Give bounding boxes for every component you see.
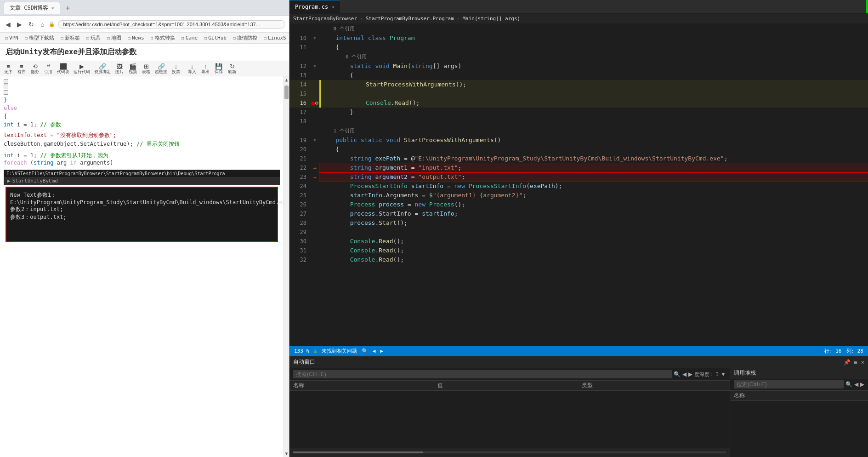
bookmark-github[interactable]: ☐ GitHub	[203, 34, 228, 41]
code-line-25: 25 startInfo.Arguments = $"{argument1} {…	[289, 191, 868, 200]
code-snippet-1: } else { int i = 1; // 参数	[4, 96, 280, 129]
yellow-bar-15	[319, 89, 321, 98]
breadcrumb-part-2[interactable]: StartProgramByBrowser.Program	[366, 16, 454, 22]
table-button[interactable]: ⊞ 表格	[140, 62, 153, 75]
debug-nav-left[interactable]: ◀	[682, 371, 686, 377]
code-block-button[interactable]: ⬛ 代码块	[55, 62, 71, 75]
refresh-button[interactable]: ↻ 刷新	[226, 62, 238, 75]
current-line-icon: ⚙	[315, 98, 318, 108]
run-code-button[interactable]: ▶ 运行代码	[72, 62, 92, 75]
debug-nav-right[interactable]: ▶	[688, 371, 692, 377]
code-line-27: 27 process.StartInfo = startInfo;	[289, 209, 868, 218]
arrow-indicator-23: →	[313, 172, 317, 182]
status-nav-right[interactable]: ▶	[380, 348, 383, 354]
editor-content[interactable]: } else { int i = 1; // 参数 textInfo.text …	[0, 76, 284, 457]
debug-scroll-bar[interactable]	[289, 448, 730, 457]
breadcrumb-part-3[interactable]: Main(string[] args)	[462, 16, 520, 22]
video-button[interactable]: 🎬 视频	[126, 62, 139, 75]
collapse-icon-12[interactable]: ▼	[313, 62, 316, 71]
browser-tab-active[interactable]: 文章-CSDN博客 ×	[4, 2, 60, 14]
eye-icon[interactable]	[4, 90, 8, 95]
code-line-15: 15	[289, 89, 868, 98]
bookmark-linux[interactable]: ☐ LinuxS	[262, 34, 288, 41]
debug-pin-icon[interactable]: 📌	[844, 359, 851, 366]
bookmark-toys[interactable]: ☐ 玩具	[85, 34, 102, 42]
bookmark-game[interactable]: ☐ Game	[180, 34, 199, 41]
unordered-list-button[interactable]: ≡ 无序	[2, 62, 15, 75]
ordered-list-button[interactable]: ≡ 有序	[15, 62, 28, 75]
scroll-track[interactable]	[284, 83, 289, 450]
debug-right-search-button[interactable]: 🔍	[845, 381, 852, 388]
debug-right-header: 调用堆栈	[730, 368, 868, 378]
scroll-bar[interactable]: ▲ ▼	[284, 76, 289, 457]
save-button[interactable]: 💾 保存	[212, 62, 225, 75]
status-left: 133 % ⚠ 未找到相关问题 🔍 ◀ ▶	[294, 348, 817, 354]
image-button[interactable]: 🖼 图片	[113, 62, 126, 75]
bookmark-vpn[interactable]: ☐ VPN	[4, 34, 20, 41]
import-button[interactable]: ↓ 导入	[186, 62, 199, 75]
debug-close-icon[interactable]: ×	[861, 359, 864, 366]
scroll-thumb[interactable]	[284, 86, 289, 99]
quote-button[interactable]: ❝ 引用	[42, 62, 55, 75]
status-nav-left[interactable]: ◀	[373, 348, 376, 354]
scroll-arrow-up[interactable]: ▲	[284, 76, 289, 83]
undo-button[interactable]: ⟲ 撤办	[28, 62, 41, 75]
debug-depth-down[interactable]: ▼	[720, 371, 726, 377]
vs-tab-close[interactable]: ×	[332, 5, 335, 10]
bookmark-format[interactable]: ☐ 格式转换	[149, 34, 176, 42]
bookmark-model[interactable]: ☐ 模型下载站	[23, 34, 56, 42]
code-line-13: 13 {	[289, 71, 868, 80]
code-line-ref-1: 0 个引用	[289, 52, 868, 62]
debug-right-nav-left[interactable]: ◀	[854, 381, 858, 388]
status-error-msg: 未找到相关问题	[322, 348, 357, 354]
debug-split-icon[interactable]: ⊞	[854, 359, 857, 366]
bookmark-news[interactable]: ☐ News	[126, 34, 146, 41]
breadcrumb-part-1[interactable]: StartProgramByBrowser	[293, 16, 357, 22]
forward-button[interactable]: ▶	[15, 20, 24, 29]
link-button[interactable]: 🔗 超链接	[153, 62, 169, 75]
debug-auto-window: 🔍 ◀ ▶ 度深度: 3 ▼ 名称 值 类型	[289, 368, 730, 457]
status-warning-icon: ⚠	[314, 348, 317, 354]
browser-bookmarks: ☐ VPN ☐ 模型下载站 ☐ 新标签 ☐ 玩具 ☐ 地图 ☐ News ☐ 格…	[0, 33, 289, 44]
scroll-up-icon[interactable]	[4, 79, 8, 84]
breakpoint-icon[interactable]: ●	[311, 98, 315, 108]
loop-code: int i = 1; // 参数索引从1开始，因为 foreach (strin…	[4, 152, 280, 166]
debug-col-type: 类型	[582, 382, 726, 389]
code-editor-wrapper[interactable]: 0 个引用 10 ▼ internal class Program 11 {	[289, 24, 868, 346]
collapse-icon-10[interactable]: ▼	[313, 34, 316, 43]
reload-button[interactable]: ↻	[27, 20, 36, 29]
code-line-14: 14 StartProcessWithArguments();	[289, 80, 868, 89]
status-line: 行: 16	[824, 348, 842, 354]
home-button[interactable]: ⌂	[39, 20, 46, 29]
code-line-16: 16 ● ⚙ Console.Read();	[289, 98, 868, 108]
vs-tab-bar: Program.cs ×	[289, 0, 868, 14]
code-area: } else { int i = 1; // 参数	[4, 79, 280, 129]
resource-bind-button[interactable]: 🔗 资源绑定	[92, 62, 113, 75]
console-line-3: 参数3：output.txt;	[10, 213, 273, 221]
bookmark-newtab[interactable]: ☐ 新标签	[59, 34, 81, 42]
debug-right-search-input[interactable]	[734, 380, 844, 388]
debug-search-input[interactable]	[293, 370, 672, 378]
code-line-17: 17 }	[289, 108, 868, 117]
collapse-icon-19[interactable]: ▼	[313, 136, 316, 145]
debug-panel-title: 自动窗口	[293, 358, 315, 366]
scroll-down-icon[interactable]	[4, 85, 8, 89]
bookmark-covid[interactable]: ☐ 疫情防控	[232, 34, 259, 42]
new-tab-button[interactable]: +	[63, 4, 73, 12]
export-button[interactable]: ↑ 导出	[199, 62, 212, 75]
text-info-line: textInfo.text = "没有获取到启动参数";	[4, 131, 280, 139]
debug-call-stack: 调用堆栈 🔍 ◀ ▶ 名称	[730, 368, 868, 457]
back-button[interactable]: ◀	[4, 20, 12, 29]
code-line-ref-0: 0 个引用	[289, 24, 868, 34]
browser-panel: 文章-CSDN博客 × + ◀ ▶ ↻ ⌂ 🔒 ☐ VPN ☐ 模型下载站 ☐ …	[0, 0, 289, 457]
debug-right-nav-right[interactable]: ▶	[860, 381, 864, 388]
debug-search-button[interactable]: 🔍	[674, 371, 681, 377]
code-line-32: 32 Console.Read();	[289, 255, 868, 264]
bookmark-map[interactable]: ☐ 地图	[106, 34, 123, 42]
address-input[interactable]	[58, 20, 285, 29]
tab-close-button[interactable]: ×	[51, 5, 54, 11]
vs-tab-program-cs[interactable]: Program.cs ×	[289, 0, 340, 14]
scroll-arrow-down[interactable]: ▼	[284, 450, 289, 457]
editor-toolbar: ≡ 无序 ≡ 有序 ⟲ 撤办 ❝ 引用 ⬛ 代码块 ▶ 运行代码 🔗 资源绑定 …	[0, 61, 289, 76]
vote-button[interactable]: ↓ 投票	[170, 62, 182, 75]
